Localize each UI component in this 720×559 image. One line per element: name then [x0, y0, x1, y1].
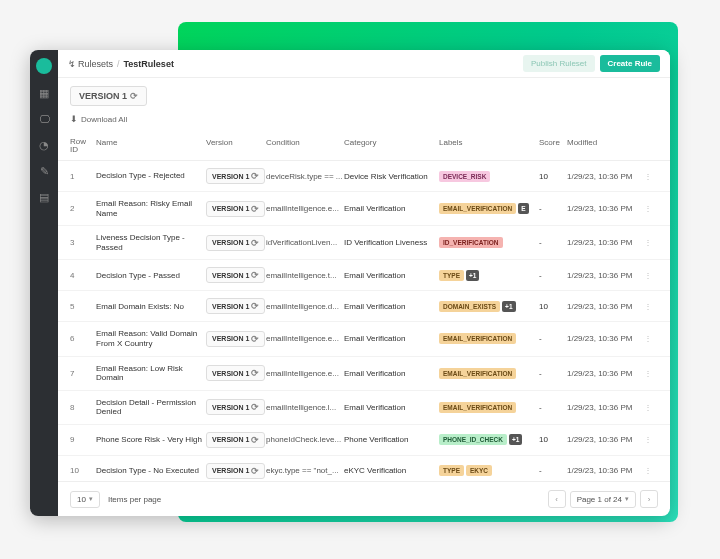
- col-version[interactable]: Version: [206, 138, 266, 154]
- desktop-icon[interactable]: 🖵: [37, 112, 51, 126]
- version-pill[interactable]: VERSION 1⟳: [206, 432, 265, 448]
- row-menu-icon[interactable]: ⋮: [642, 238, 654, 247]
- label-tag[interactable]: EMAIL_VERIFICATION: [439, 402, 516, 413]
- row-modified: 1/29/23, 10:36 PM: [567, 302, 642, 311]
- table-row[interactable]: 1Decision Type - RejectedVERSION 1⟳devic…: [58, 161, 670, 192]
- table-row[interactable]: 8Decision Detail - Permission DeniedVERS…: [58, 391, 670, 425]
- version-pill-label: VERSION 1: [212, 239, 249, 246]
- row-menu-icon[interactable]: ⋮: [642, 466, 654, 475]
- version-pill[interactable]: VERSION 1⟳: [206, 365, 265, 381]
- breadcrumb-root[interactable]: Rulesets: [78, 59, 113, 69]
- version-pill[interactable]: VERSION 1⟳: [206, 331, 265, 347]
- breadcrumb-current: TestRuleset: [124, 59, 174, 69]
- table-row[interactable]: 10Decision Type - No ExecutedVERSION 1⟳e…: [58, 456, 670, 481]
- label-tag[interactable]: EMAIL_VERIFICATION: [439, 203, 516, 214]
- label-tag[interactable]: EMAIL_VERIFICATION: [439, 368, 516, 379]
- label-extra[interactable]: +1: [509, 434, 522, 445]
- row-modified: 1/29/23, 10:36 PM: [567, 204, 642, 213]
- row-menu-icon[interactable]: ⋮: [642, 334, 654, 343]
- version-pill[interactable]: VERSION 1⟳: [206, 399, 265, 415]
- row-condition: emailIntelligence.e...: [266, 369, 344, 378]
- refresh-icon[interactable]: ⟳: [251, 301, 259, 311]
- col-rowid[interactable]: Row ID: [70, 138, 96, 154]
- row-score: 10: [539, 172, 567, 181]
- row-labels: EMAIL_VERIFICATIONE: [439, 203, 539, 214]
- version-tabs: VERSION 1 ⟳: [58, 78, 670, 112]
- col-name[interactable]: Name: [96, 138, 206, 154]
- refresh-icon[interactable]: ⟳: [251, 204, 259, 214]
- table-row[interactable]: 7Email Reason: Low Risk DomainVERSION 1⟳…: [58, 357, 670, 391]
- table-row[interactable]: 4Decision Type - PassedVERSION 1⟳emailIn…: [58, 260, 670, 291]
- rules-table: Row ID Name Version Condition Category L…: [58, 132, 670, 481]
- col-labels[interactable]: Labels: [439, 138, 539, 154]
- version-pill-label: VERSION 1: [212, 370, 249, 377]
- publish-ruleset-button[interactable]: Publish Ruleset: [523, 55, 595, 72]
- version-tab[interactable]: VERSION 1 ⟳: [70, 86, 147, 106]
- version-pill-label: VERSION 1: [212, 467, 249, 474]
- version-pill[interactable]: VERSION 1⟳: [206, 168, 265, 184]
- row-modified: 1/29/23, 10:36 PM: [567, 334, 642, 343]
- col-modified[interactable]: Modified: [567, 138, 642, 154]
- label-tag[interactable]: DOMAIN_EXISTS: [439, 301, 500, 312]
- refresh-icon[interactable]: ⟳: [251, 238, 259, 248]
- label-tag[interactable]: TYPE: [439, 465, 464, 476]
- refresh-icon[interactable]: ⟳: [251, 435, 259, 445]
- col-category[interactable]: Category: [344, 138, 439, 154]
- col-score[interactable]: Score: [539, 138, 567, 154]
- page-current[interactable]: Page 1 of 24: [570, 491, 636, 508]
- row-condition: phoneIdCheck.leve...: [266, 435, 344, 444]
- version-pill[interactable]: VERSION 1⟳: [206, 463, 265, 479]
- row-menu-icon[interactable]: ⋮: [642, 172, 654, 181]
- chart-icon[interactable]: ◔: [37, 138, 51, 152]
- label-tag[interactable]: ID_VERIFICATION: [439, 237, 503, 248]
- table-row[interactable]: 6Email Reason: Valid Domain From X Count…: [58, 322, 670, 356]
- page-prev-button[interactable]: ‹: [548, 490, 566, 508]
- row-version: VERSION 1⟳: [206, 267, 266, 283]
- row-category: ID Verification Liveness: [344, 238, 439, 247]
- version-pill[interactable]: VERSION 1⟳: [206, 201, 265, 217]
- settings-icon[interactable]: ✎: [37, 164, 51, 178]
- version-pill[interactable]: VERSION 1⟳: [206, 235, 265, 251]
- nav-icon[interactable]: ▤: [37, 190, 51, 204]
- table-row[interactable]: 9Phone Score Risk - Very HighVERSION 1⟳p…: [58, 425, 670, 456]
- label-tag[interactable]: TYPE: [439, 270, 464, 281]
- refresh-icon[interactable]: ⟳: [251, 466, 259, 476]
- label-tag[interactable]: PHONE_ID_CHECK: [439, 434, 507, 445]
- label-tag[interactable]: EMAIL_VERIFICATION: [439, 333, 516, 344]
- label-extra[interactable]: E: [518, 203, 528, 214]
- refresh-icon[interactable]: ⟳: [251, 368, 259, 378]
- version-pill-label: VERSION 1: [212, 335, 249, 342]
- refresh-icon[interactable]: ⟳: [130, 91, 138, 101]
- version-pill[interactable]: VERSION 1⟳: [206, 298, 265, 314]
- label-extra[interactable]: +1: [502, 301, 515, 312]
- create-rule-button[interactable]: Create Rule: [600, 55, 660, 72]
- refresh-icon[interactable]: ⟳: [251, 334, 259, 344]
- version-pill[interactable]: VERSION 1⟳: [206, 267, 265, 283]
- row-condition: emailIntelligence.e...: [266, 204, 344, 213]
- label-tag[interactable]: EKYC: [466, 465, 492, 476]
- row-menu-icon[interactable]: ⋮: [642, 204, 654, 213]
- download-all[interactable]: ⬇ Download All: [58, 112, 670, 132]
- label-extra[interactable]: +1: [466, 270, 479, 281]
- label-tag[interactable]: DEVICE_RISK: [439, 171, 490, 182]
- home-icon[interactable]: ▦: [37, 86, 51, 100]
- refresh-icon[interactable]: ⟳: [251, 270, 259, 280]
- row-version: VERSION 1⟳: [206, 399, 266, 415]
- page-next-button[interactable]: ›: [640, 490, 658, 508]
- col-condition[interactable]: Condition: [266, 138, 344, 154]
- logo-icon[interactable]: [36, 58, 52, 74]
- row-modified: 1/29/23, 10:36 PM: [567, 238, 642, 247]
- refresh-icon[interactable]: ⟳: [251, 402, 259, 412]
- row-score: -: [539, 204, 567, 213]
- row-menu-icon[interactable]: ⋮: [642, 403, 654, 412]
- row-menu-icon[interactable]: ⋮: [642, 302, 654, 311]
- table-row[interactable]: 2Email Reason: Risky Email NameVERSION 1…: [58, 192, 670, 226]
- refresh-icon[interactable]: ⟳: [251, 171, 259, 181]
- page-size-select[interactable]: 10: [70, 491, 100, 508]
- download-icon: ⬇: [70, 114, 78, 124]
- row-menu-icon[interactable]: ⋮: [642, 271, 654, 280]
- row-menu-icon[interactable]: ⋮: [642, 369, 654, 378]
- row-menu-icon[interactable]: ⋮: [642, 435, 654, 444]
- table-row[interactable]: 3Liveness Decision Type - PassedVERSION …: [58, 226, 670, 260]
- table-row[interactable]: 5Email Domain Exists: NoVERSION 1⟳emailI…: [58, 291, 670, 322]
